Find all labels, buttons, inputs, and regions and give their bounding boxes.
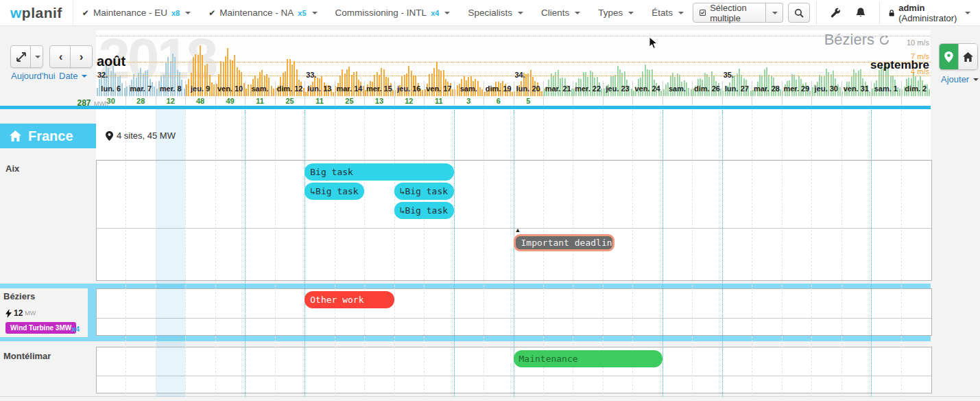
day-label: mar. 21 xyxy=(543,82,573,95)
checkbox-checked-icon xyxy=(700,8,706,17)
weekend-grid-line xyxy=(662,110,663,397)
day-label: lun. 27 xyxy=(722,82,752,95)
task-bar-important-deadline[interactable]: Important deadline xyxy=(514,234,615,251)
menu-label: Specialists xyxy=(468,8,512,18)
montelimar-section-box xyxy=(96,347,932,393)
lightning-icon xyxy=(5,309,12,318)
menu-maintenance-eu[interactable]: ✔ Maintenance - EU x8 xyxy=(73,8,200,18)
weekend-grid-line xyxy=(245,110,246,397)
day-label: mer. 15 xyxy=(364,82,394,95)
gridline-4ms xyxy=(96,76,931,76)
menu-etats[interactable]: États xyxy=(643,8,693,18)
search-button[interactable] xyxy=(788,3,810,23)
site-label-beziers[interactable]: Béziers xyxy=(3,291,35,301)
menu-label: Commissioning - INTL xyxy=(335,8,427,18)
daily-mwh-value: 3 xyxy=(454,96,483,105)
beziers-section-box xyxy=(96,288,932,336)
day-grid-line xyxy=(394,110,395,397)
menu-specialists[interactable]: Specialists xyxy=(459,8,532,18)
day-grid-line xyxy=(483,110,484,397)
daily-mwh-value: 49 xyxy=(215,96,245,105)
daily-mwh-value: 25 xyxy=(275,96,304,105)
day-label: dim. 2 xyxy=(901,82,931,95)
daily-mwh-value: 11 xyxy=(304,96,334,105)
bottom-separator xyxy=(0,396,980,397)
notifications-button[interactable] xyxy=(848,8,873,18)
power-value: 12 xyxy=(14,308,23,318)
next-period-button[interactable]: › xyxy=(70,45,93,68)
map-pin-view-button[interactable] xyxy=(940,44,958,69)
wrench-icon xyxy=(830,8,841,18)
date-dropdown[interactable]: Date xyxy=(59,71,87,81)
day-grid-line xyxy=(811,110,812,397)
navbar-separator xyxy=(879,1,880,25)
weekend-grid-line xyxy=(722,110,723,397)
day-label: sam. xyxy=(662,82,692,95)
chevron-down-icon xyxy=(965,12,970,14)
day-label: sam. xyxy=(245,82,274,95)
day-grid-line xyxy=(335,110,335,397)
multi-select-dropdown[interactable] xyxy=(766,3,783,23)
day-label: ven. 17 xyxy=(424,82,453,95)
aix-section-box xyxy=(96,160,932,281)
beziers-row-divider xyxy=(97,318,931,319)
chevron-down-icon xyxy=(518,12,523,14)
gridline-10ms xyxy=(96,36,931,36)
task-bar--big-task[interactable]: ↳Big task xyxy=(304,183,364,200)
task-bar--big-task[interactable]: ↳Big task xyxy=(394,183,454,200)
country-band-france[interactable]: France xyxy=(0,124,96,148)
user-role: (Administrator) xyxy=(898,13,957,23)
prev-period-button[interactable]: ‹ xyxy=(49,45,72,68)
month-label-august: août xyxy=(97,54,126,69)
today-column-highlight xyxy=(156,109,185,397)
site-label-montelimar[interactable]: Montélimar xyxy=(3,351,51,361)
day-label: jeu. 30 xyxy=(811,82,841,95)
refresh-icon[interactable] xyxy=(879,35,889,45)
day-grid-line xyxy=(126,110,126,397)
logo-rest: planif xyxy=(22,5,62,21)
turbine-badge[interactable]: Wind Turbine 3MW xyxy=(5,322,76,334)
week-number: 33. xyxy=(306,71,316,79)
chevron-down-icon xyxy=(35,56,40,58)
weekend-grid-line xyxy=(304,110,305,397)
top-navbar: wplanif ✔ Maintenance - EU x8 ✔ Maintena… xyxy=(0,0,980,26)
menu-maintenance-na[interactable]: ✔ Maintenance - NA x5 xyxy=(200,8,326,18)
daily-mwh-value: 11 xyxy=(424,96,453,105)
day-grid-line xyxy=(156,110,156,397)
daily-mwh-value: 6 xyxy=(483,96,513,105)
home-view-button[interactable] xyxy=(958,44,977,69)
menu-clients[interactable]: Clients xyxy=(532,8,589,18)
day-grid-line xyxy=(901,110,902,397)
user-menu[interactable]: admin (Administrator) xyxy=(886,3,973,23)
weekend-grid-line xyxy=(514,110,514,397)
chevron-down-icon xyxy=(628,12,634,14)
timeline-scroll-indicator[interactable] xyxy=(0,106,931,109)
day-grid-line xyxy=(275,110,276,397)
menu-commissioning-intl[interactable]: Commissioning - INTL x4 xyxy=(326,8,459,18)
menu-types[interactable]: Types xyxy=(589,8,643,18)
expand-icon xyxy=(16,52,26,62)
zoom-dropdown-button[interactable] xyxy=(30,45,43,68)
task-bar-maintenance[interactable]: Maintenance xyxy=(514,350,662,367)
day-grid-line xyxy=(185,110,186,397)
tools-button[interactable] xyxy=(823,8,848,18)
task-bar-big-task[interactable]: Big task xyxy=(304,163,453,181)
add-dropdown[interactable]: Ajouter xyxy=(941,74,979,84)
multi-select-button[interactable]: Sélection multiple xyxy=(693,3,766,23)
menu-count: x4 xyxy=(431,9,439,17)
weekend-grid-line xyxy=(871,110,872,397)
app-logo[interactable]: wplanif xyxy=(0,0,73,25)
fit-zoom-button[interactable] xyxy=(10,45,32,68)
daily-mwh-value: 11 xyxy=(245,96,274,105)
today-link[interactable]: Aujourd'hui xyxy=(11,71,56,81)
day-grid-line xyxy=(782,110,782,397)
map-pin-icon xyxy=(944,51,953,62)
chevron-down-icon xyxy=(312,12,318,14)
gridline-7ms xyxy=(96,62,931,62)
view-toggle-buttons xyxy=(939,43,978,70)
power-unit: MW xyxy=(25,310,36,317)
task-bar--big-task[interactable]: ↳Big task xyxy=(394,202,454,219)
site-label-aix[interactable]: Aix xyxy=(5,163,19,174)
chevron-down-icon xyxy=(772,12,778,14)
task-bar-other-work[interactable]: Other work xyxy=(304,291,394,308)
